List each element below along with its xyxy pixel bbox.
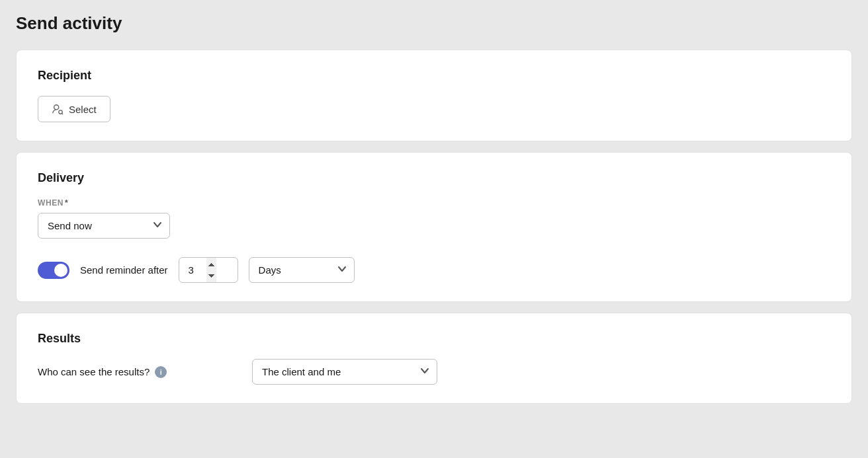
select-button-label: Select xyxy=(69,104,97,115)
person-search-icon xyxy=(52,103,64,115)
svg-point-0 xyxy=(54,105,59,110)
when-select[interactable]: Send now Schedule xyxy=(38,213,170,239)
when-label: WHEN* xyxy=(38,198,830,208)
svg-point-1 xyxy=(59,110,62,114)
days-dropdown-wrapper: Days Weeks xyxy=(249,257,355,283)
reminder-label: Send reminder after xyxy=(80,264,168,276)
when-dropdown-wrapper: Send now Schedule xyxy=(38,213,170,239)
recipient-select-button[interactable]: Select xyxy=(38,96,110,122)
delivery-card: Delivery WHEN* Send now Schedule Send re… xyxy=(16,152,852,302)
delivery-section-title: Delivery xyxy=(38,171,830,185)
reminder-toggle[interactable] xyxy=(38,262,69,279)
recipient-section-title: Recipient xyxy=(38,69,830,83)
results-select[interactable]: The client and me Only me Everyone xyxy=(252,359,437,385)
days-select[interactable]: Days Weeks xyxy=(249,257,355,283)
page-title: Send activity xyxy=(16,13,852,34)
results-card: Results Who can see the results? i The c… xyxy=(16,313,852,404)
toggle-slider xyxy=(38,262,69,279)
results-label-group: Who can see the results? i xyxy=(38,366,236,378)
recipient-card: Recipient Select xyxy=(16,50,852,141)
who-can-see-label: Who can see the results? xyxy=(38,366,150,377)
reminder-number-wrapper xyxy=(179,257,238,283)
svg-line-2 xyxy=(62,113,63,114)
results-section-title: Results xyxy=(38,332,830,346)
reminder-number-input[interactable] xyxy=(179,257,238,283)
when-field: WHEN* Send now Schedule xyxy=(38,198,830,239)
info-icon: i xyxy=(155,366,167,378)
reminder-row: Send reminder after Days Weeks xyxy=(38,257,830,283)
results-row: Who can see the results? i The client an… xyxy=(38,359,830,385)
results-dropdown-wrapper: The client and me Only me Everyone xyxy=(252,359,437,385)
